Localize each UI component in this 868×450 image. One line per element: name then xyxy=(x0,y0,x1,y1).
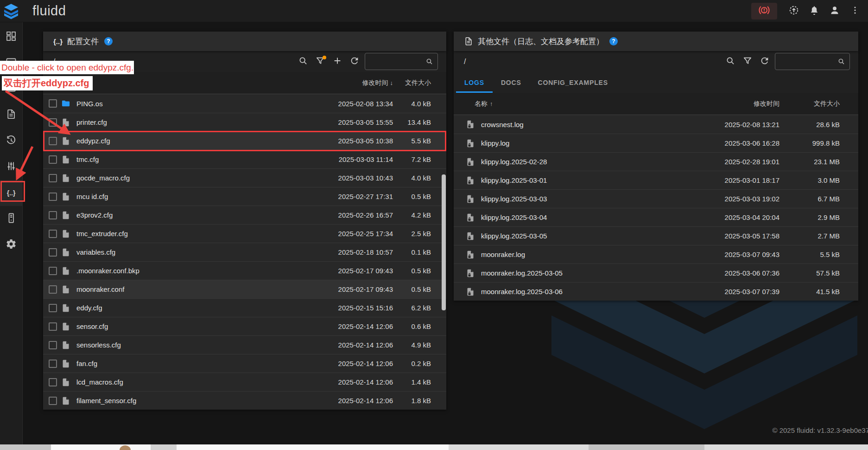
sidebar-item-settings[interactable] xyxy=(0,232,22,258)
row-checkbox[interactable] xyxy=(49,174,57,182)
row-checkbox[interactable] xyxy=(49,155,57,164)
file-row[interactable]: eddypz.cfg 2025-03-05 10:38 5.5 kB xyxy=(43,131,446,150)
overflow-menu-button[interactable] xyxy=(846,2,864,20)
file-row[interactable]: tmc.cfg 2025-03-03 11:14 7.2 kB xyxy=(43,150,446,168)
file-size: 6.2 kB xyxy=(393,304,431,312)
file-row[interactable]: gocde_macro.cfg 2025-03-03 10:43 4.0 kB xyxy=(43,168,446,187)
row-checkbox[interactable] xyxy=(49,397,57,405)
row-checkbox[interactable] xyxy=(49,360,57,368)
file-row[interactable]: eddy.cfg 2025-02-15 15:16 6.2 kB xyxy=(43,298,446,317)
column-header-modified[interactable]: 修改时间 xyxy=(705,100,779,108)
filter-button[interactable] xyxy=(313,55,327,69)
sidebar-item-system[interactable] xyxy=(0,206,22,232)
row-checkbox[interactable] xyxy=(49,230,57,238)
file-lock-icon xyxy=(466,213,475,222)
row-checkbox[interactable] xyxy=(49,118,57,127)
tab-docs[interactable]: DOCS xyxy=(493,72,530,93)
file-lock-icon xyxy=(466,120,475,129)
scrollbar-thumb[interactable] xyxy=(442,174,446,310)
file-row[interactable]: klippy.log.2025-03-01 2025-03-01 18:17 3… xyxy=(454,171,858,189)
sidebar-item-configuration[interactable]: {..} xyxy=(0,180,22,206)
file-row[interactable]: moonraker.log.2025-03-06 2025-03-07 07:3… xyxy=(454,282,858,301)
jobs-icon xyxy=(6,109,17,122)
tab-config-examples[interactable]: CONFIG_EXAMPLES xyxy=(530,72,616,93)
column-header-size[interactable]: 文件大小 xyxy=(393,79,431,87)
file-size: 2.9 MB xyxy=(779,213,840,221)
file-row[interactable]: mcu id.cfg 2025-02-27 17:31 0.5 kB xyxy=(43,187,446,206)
row-checkbox[interactable] xyxy=(49,211,57,219)
file-search-field[interactable] xyxy=(365,53,438,70)
file-row[interactable]: crowsnest.log 2025-02-08 13:21 28.6 kB xyxy=(454,115,858,134)
column-header-size[interactable]: 文件大小 xyxy=(779,100,840,108)
search-button[interactable] xyxy=(296,55,310,69)
notifications-button[interactable] xyxy=(805,2,824,20)
file-row[interactable]: sensor.cfg 2025-02-14 12:06 0.6 kB xyxy=(43,317,446,335)
row-checkbox[interactable] xyxy=(49,341,57,349)
file-row[interactable]: moonraker.log.2025-03-05 2025-03-06 07:3… xyxy=(454,264,858,282)
refresh-button[interactable] xyxy=(348,55,361,69)
row-checkbox[interactable] xyxy=(49,304,57,312)
dashboard-icon xyxy=(6,31,17,44)
row-checkbox[interactable] xyxy=(49,267,57,275)
file-row[interactable]: klippy.log.2025-03-05 2025-03-05 17:58 2… xyxy=(454,226,858,245)
emergency-stop-button[interactable] xyxy=(751,3,777,19)
file-row[interactable]: printer.cfg 2025-03-05 15:55 13.4 kB xyxy=(43,113,446,131)
column-header-modified[interactable]: 修改时间 ↓ xyxy=(323,79,393,87)
search-input[interactable] xyxy=(369,58,425,65)
file-row[interactable]: filament_sensor.cfg 2025-02-14 12:06 1.8… xyxy=(43,391,446,410)
row-checkbox[interactable] xyxy=(49,378,57,386)
history-icon xyxy=(6,135,17,148)
file-search-field[interactable] xyxy=(775,53,850,70)
row-checkbox[interactable] xyxy=(49,99,57,108)
file-row[interactable]: moonraker.conf 2025-02-17 09:43 0.5 kB xyxy=(43,280,446,298)
row-checkbox[interactable] xyxy=(49,285,57,294)
sidebar-item-history[interactable] xyxy=(0,128,22,154)
refresh-button[interactable] xyxy=(758,55,772,69)
config-files-panel: {..} 配置文件 ? / xyxy=(43,32,446,410)
column-header-name[interactable]: 名称 xyxy=(76,79,323,87)
filter-button[interactable] xyxy=(741,55,754,69)
file-name: klippy.log.2025-03-04 xyxy=(481,213,705,221)
file-row[interactable]: .moonraker.conf.bkp 2025-02-17 09:43 0.5… xyxy=(43,261,446,280)
file-row[interactable]: PING.os 2025-02-08 13:34 4.0 kB xyxy=(43,94,446,113)
row-checkbox[interactable] xyxy=(49,322,57,331)
sidebar-item-tune[interactable] xyxy=(0,154,22,180)
file-row[interactable]: moonraker.log 2025-03-07 09:43 5.5 kB xyxy=(454,245,858,264)
account-icon xyxy=(829,5,840,18)
file-row[interactable]: sensorless.cfg 2025-02-14 12:06 4.9 kB xyxy=(43,335,446,354)
file-row[interactable]: klippy.log.2025-02-28 2025-02-28 19:01 2… xyxy=(454,152,858,171)
file-row[interactable]: klippy.log 2025-03-06 16:28 999.8 kB xyxy=(454,134,858,152)
help-icon[interactable]: ? xyxy=(609,37,618,45)
search-input[interactable] xyxy=(779,58,837,65)
file-row[interactable]: e3prov2.cfg 2025-02-26 16:57 4.2 kB xyxy=(43,206,446,224)
file-size: 2.5 kB xyxy=(393,230,431,238)
row-checkbox[interactable] xyxy=(49,193,57,201)
account-button[interactable] xyxy=(825,2,844,20)
update-button[interactable] xyxy=(785,2,803,20)
file-row[interactable]: lcd_macros.cfg 2025-02-14 12:06 1.4 kB xyxy=(43,373,446,391)
fluidd-logo-icon[interactable] xyxy=(0,0,22,22)
file-name: klippy.log.2025-03-05 xyxy=(481,232,705,240)
breadcrumb[interactable]: / xyxy=(464,58,466,66)
file-row[interactable]: klippy.log.2025-03-03 2025-03-03 19:02 6… xyxy=(454,189,858,208)
file-lock-icon xyxy=(466,231,475,241)
file-row[interactable]: fan.cfg 2025-02-14 12:06 0.2 kB xyxy=(43,354,446,373)
help-icon[interactable]: ? xyxy=(104,37,113,45)
tab-logs[interactable]: LOGS xyxy=(456,72,493,93)
file-row[interactable]: tmc_extruder.cfg 2025-02-25 17:34 2.5 kB xyxy=(43,224,446,243)
row-checkbox[interactable] xyxy=(49,137,57,145)
add-file-button[interactable] xyxy=(330,55,344,69)
search-button[interactable] xyxy=(723,55,737,69)
row-checkbox[interactable] xyxy=(49,248,57,257)
sidebar-item-jobs[interactable] xyxy=(0,102,22,128)
file-row[interactable]: variables.cfg 2025-02-18 10:57 0.1 kB xyxy=(43,243,446,261)
file-modified: 2025-03-03 10:43 xyxy=(323,174,393,182)
file-size: 4.2 kB xyxy=(393,211,431,219)
notifications-bell-icon xyxy=(809,5,820,18)
file-row[interactable]: klippy.log.2025-03-04 2025-03-04 20:04 2… xyxy=(454,208,858,226)
column-header-name[interactable]: 名称 ↑ xyxy=(475,100,705,108)
file-size: 0.6 kB xyxy=(393,322,431,330)
file-size: 57.5 kB xyxy=(779,269,840,277)
sidebar-item-dashboard[interactable] xyxy=(0,24,22,50)
file-modified: 2025-02-17 09:43 xyxy=(323,285,393,293)
